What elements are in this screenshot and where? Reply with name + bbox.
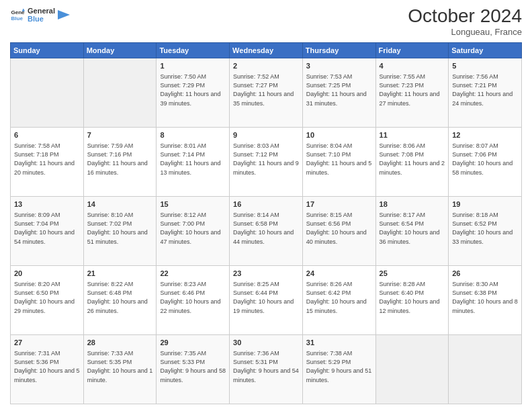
title-block: October 2024 Longueau, France <box>408 7 522 37</box>
day-number: 28 <box>87 338 153 348</box>
day-info: Sunrise: 8:04 AM Sunset: 7:10 PM Dayligh… <box>306 142 372 177</box>
day-number: 17 <box>306 199 372 210</box>
calendar-cell: 22Sunrise: 8:23 AM Sunset: 6:46 PM Dayli… <box>157 266 230 335</box>
header-day-tuesday: Tuesday <box>157 43 230 58</box>
calendar-cell: 16Sunrise: 8:14 AM Sunset: 6:58 PM Dayli… <box>230 197 303 266</box>
logo-general: General <box>28 7 55 15</box>
day-info: Sunrise: 8:01 AM Sunset: 7:14 PM Dayligh… <box>160 142 226 177</box>
day-number: 14 <box>87 199 153 210</box>
calendar-cell: 27Sunrise: 7:31 AM Sunset: 5:36 PM Dayli… <box>11 335 84 404</box>
day-info: Sunrise: 8:28 AM Sunset: 6:40 PM Dayligh… <box>380 280 445 315</box>
day-number: 5 <box>452 61 518 71</box>
day-number: 2 <box>233 61 299 71</box>
svg-text:Blue: Blue <box>11 15 23 21</box>
calendar-cell: 21Sunrise: 8:22 AM Sunset: 6:48 PM Dayli… <box>83 266 157 335</box>
day-number: 18 <box>380 199 445 210</box>
day-number: 3 <box>306 61 372 71</box>
logo-blue: Blue <box>28 15 55 23</box>
calendar-cell: 29Sunrise: 7:35 AM Sunset: 5:33 PM Dayli… <box>157 335 230 404</box>
calendar-week-3: 13Sunrise: 8:09 AM Sunset: 7:04 PM Dayli… <box>11 197 522 266</box>
day-info: Sunrise: 7:56 AM Sunset: 7:21 PM Dayligh… <box>452 73 518 107</box>
calendar-cell: 23Sunrise: 8:25 AM Sunset: 6:44 PM Dayli… <box>230 266 303 335</box>
header-day-saturday: Saturday <box>449 43 522 58</box>
calendar-cell: 4Sunrise: 7:55 AM Sunset: 7:23 PM Daylig… <box>375 58 449 128</box>
day-number: 10 <box>306 130 372 140</box>
calendar-cell: 1Sunrise: 7:50 AM Sunset: 7:29 PM Daylig… <box>157 58 230 128</box>
calendar-cell: 14Sunrise: 8:10 AM Sunset: 7:02 PM Dayli… <box>83 197 157 266</box>
day-info: Sunrise: 7:55 AM Sunset: 7:23 PM Dayligh… <box>380 73 445 107</box>
day-info: Sunrise: 8:03 AM Sunset: 7:12 PM Dayligh… <box>233 142 299 177</box>
day-info: Sunrise: 8:22 AM Sunset: 6:48 PM Dayligh… <box>87 280 153 315</box>
calendar-cell: 5Sunrise: 7:56 AM Sunset: 7:21 PM Daylig… <box>449 58 522 128</box>
day-number: 4 <box>380 61 445 71</box>
day-number: 13 <box>14 199 80 210</box>
header-day-thursday: Thursday <box>302 43 375 58</box>
day-number: 31 <box>306 338 372 348</box>
day-number: 6 <box>14 130 80 140</box>
svg-marker-3 <box>58 10 70 19</box>
calendar-cell: 11Sunrise: 8:06 AM Sunset: 7:08 PM Dayli… <box>375 128 449 197</box>
calendar-cell: 12Sunrise: 8:07 AM Sunset: 7:06 PM Dayli… <box>449 128 522 197</box>
calendar-cell: 6Sunrise: 7:58 AM Sunset: 7:18 PM Daylig… <box>11 128 84 197</box>
calendar-cell <box>449 335 522 404</box>
calendar-cell: 24Sunrise: 8:26 AM Sunset: 6:42 PM Dayli… <box>302 266 375 335</box>
day-number: 24 <box>306 269 372 279</box>
calendar-cell: 9Sunrise: 8:03 AM Sunset: 7:12 PM Daylig… <box>230 128 303 197</box>
calendar-cell: 25Sunrise: 8:28 AM Sunset: 6:40 PM Dayli… <box>375 266 449 335</box>
calendar-cell: 17Sunrise: 8:15 AM Sunset: 6:56 PM Dayli… <box>302 197 375 266</box>
header: General Blue General Blue October 2024 L… <box>10 7 522 37</box>
day-number: 22 <box>160 269 226 279</box>
calendar-cell: 30Sunrise: 7:36 AM Sunset: 5:31 PM Dayli… <box>230 335 303 404</box>
calendar-cell: 18Sunrise: 8:17 AM Sunset: 6:54 PM Dayli… <box>375 197 449 266</box>
calendar-cell: 31Sunrise: 7:38 AM Sunset: 5:29 PM Dayli… <box>302 335 375 404</box>
calendar-cell: 3Sunrise: 7:53 AM Sunset: 7:25 PM Daylig… <box>302 58 375 128</box>
calendar-header-row: SundayMondayTuesdayWednesdayThursdayFrid… <box>11 43 522 58</box>
calendar-week-1: 1Sunrise: 7:50 AM Sunset: 7:29 PM Daylig… <box>11 58 522 128</box>
day-info: Sunrise: 7:52 AM Sunset: 7:27 PM Dayligh… <box>233 73 299 107</box>
month-title: October 2024 <box>408 7 522 26</box>
calendar-cell: 8Sunrise: 8:01 AM Sunset: 7:14 PM Daylig… <box>157 128 230 197</box>
day-number: 30 <box>233 338 299 348</box>
day-info: Sunrise: 7:36 AM Sunset: 5:31 PM Dayligh… <box>233 349 299 384</box>
location: Longueau, France <box>408 27 522 37</box>
day-number: 9 <box>233 130 299 140</box>
day-number: 26 <box>452 269 518 279</box>
day-info: Sunrise: 7:31 AM Sunset: 5:36 PM Dayligh… <box>14 349 80 384</box>
day-info: Sunrise: 7:33 AM Sunset: 5:35 PM Dayligh… <box>87 349 153 384</box>
day-number: 19 <box>452 199 518 210</box>
calendar-week-2: 6Sunrise: 7:58 AM Sunset: 7:18 PM Daylig… <box>11 128 522 197</box>
header-day-wednesday: Wednesday <box>230 43 303 58</box>
day-info: Sunrise: 8:25 AM Sunset: 6:44 PM Dayligh… <box>233 280 299 315</box>
day-number: 1 <box>160 61 226 71</box>
day-info: Sunrise: 7:59 AM Sunset: 7:16 PM Dayligh… <box>87 142 153 177</box>
day-number: 16 <box>233 199 299 210</box>
day-info: Sunrise: 7:35 AM Sunset: 5:33 PM Dayligh… <box>160 349 226 384</box>
day-info: Sunrise: 8:26 AM Sunset: 6:42 PM Dayligh… <box>306 280 372 315</box>
day-info: Sunrise: 8:10 AM Sunset: 7:02 PM Dayligh… <box>87 211 153 246</box>
day-number: 23 <box>233 269 299 279</box>
day-number: 21 <box>87 269 153 279</box>
calendar-week-5: 27Sunrise: 7:31 AM Sunset: 5:36 PM Dayli… <box>11 335 522 404</box>
header-day-sunday: Sunday <box>11 43 84 58</box>
calendar-cell: 28Sunrise: 7:33 AM Sunset: 5:35 PM Dayli… <box>83 335 157 404</box>
day-info: Sunrise: 8:23 AM Sunset: 6:46 PM Dayligh… <box>160 280 226 315</box>
day-info: Sunrise: 7:50 AM Sunset: 7:29 PM Dayligh… <box>160 73 226 107</box>
day-number: 8 <box>160 130 226 140</box>
calendar-cell <box>375 335 449 404</box>
day-number: 25 <box>380 269 445 279</box>
day-info: Sunrise: 8:20 AM Sunset: 6:50 PM Dayligh… <box>14 280 80 315</box>
day-number: 12 <box>452 130 518 140</box>
calendar-cell: 15Sunrise: 8:12 AM Sunset: 7:00 PM Dayli… <box>157 197 230 266</box>
calendar-cell: 10Sunrise: 8:04 AM Sunset: 7:10 PM Dayli… <box>302 128 375 197</box>
day-info: Sunrise: 8:09 AM Sunset: 7:04 PM Dayligh… <box>14 211 80 246</box>
day-number: 27 <box>14 338 80 348</box>
day-info: Sunrise: 8:06 AM Sunset: 7:08 PM Dayligh… <box>380 142 445 177</box>
calendar-cell <box>83 58 157 128</box>
calendar-cell: 26Sunrise: 8:30 AM Sunset: 6:38 PM Dayli… <box>449 266 522 335</box>
day-info: Sunrise: 7:38 AM Sunset: 5:29 PM Dayligh… <box>306 349 372 384</box>
day-info: Sunrise: 8:14 AM Sunset: 6:58 PM Dayligh… <box>233 211 299 246</box>
day-info: Sunrise: 7:58 AM Sunset: 7:18 PM Dayligh… <box>14 142 80 177</box>
day-info: Sunrise: 8:30 AM Sunset: 6:38 PM Dayligh… <box>452 280 518 315</box>
day-info: Sunrise: 7:53 AM Sunset: 7:25 PM Dayligh… <box>306 73 372 107</box>
calendar-cell: 2Sunrise: 7:52 AM Sunset: 7:27 PM Daylig… <box>230 58 303 128</box>
